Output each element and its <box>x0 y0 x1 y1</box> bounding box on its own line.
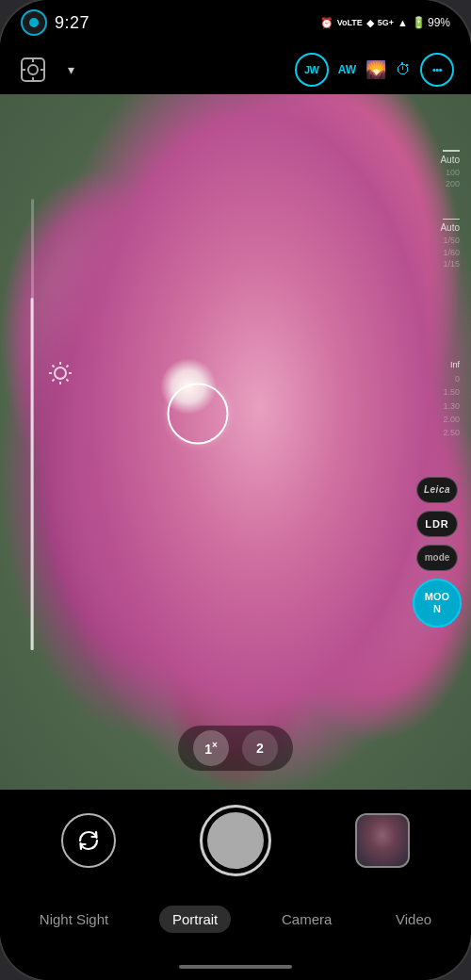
phone-inner: 9:27 ⏰ VoLTE ◆ 5G+ ▲ 🔋 99% <box>0 0 471 980</box>
portrait-label: Portrait <box>172 911 218 927</box>
svg-line-14 <box>53 380 55 382</box>
camera-controls-bar: ▾ JW AW 🌄 ⏱ ••• <box>0 45 471 94</box>
gallery-thumbnail <box>357 815 408 866</box>
camera-dot-inner <box>29 18 39 27</box>
camera-label: Camera <box>282 911 332 927</box>
svg-point-6 <box>55 368 66 379</box>
alarm-icon: ⏰ <box>320 17 333 29</box>
shutter-line <box>443 219 460 220</box>
front-camera-indicator <box>21 9 47 36</box>
more-options-button[interactable]: ••• <box>420 53 454 87</box>
viewfinder[interactable]: Auto 100 200 Auto 1/50 1/60 1/15 <box>0 94 471 790</box>
svg-point-1 <box>28 65 38 74</box>
battery-icon: 🔋 <box>412 16 426 29</box>
slider-track <box>31 199 34 651</box>
leica-button[interactable]: Leica <box>416 477 458 503</box>
leica-label: Leica <box>424 484 450 495</box>
right-side-buttons: Leica LDR mode MOON <box>413 477 462 628</box>
aw-label[interactable]: AW <box>338 63 356 76</box>
iso-indicators: Auto 100 200 Auto 1/50 1/60 1/15 <box>440 150 460 282</box>
shutter-15: 1/15 <box>443 258 460 270</box>
mode-button[interactable]: mode <box>416 545 458 571</box>
iso-line <box>443 150 460 152</box>
focus-130: 1.30 <box>443 400 460 413</box>
scene-icon[interactable]: 🌄 <box>365 59 386 80</box>
focus-150: 1.50 <box>443 385 460 399</box>
wifi-icon: ◆ <box>366 17 374 29</box>
slider-thumb <box>31 298 34 650</box>
focus-250: 2.50 <box>443 426 460 439</box>
volte-icon: VoLTE <box>337 18 363 27</box>
focus-0: 0 <box>443 372 460 385</box>
camera-preview <box>0 94 471 790</box>
status-bar: 9:27 ⏰ VoLTE ◆ 5G+ ▲ 🔋 99% <box>0 0 471 45</box>
night-sight-tab[interactable]: Night Sight <box>26 906 122 933</box>
exposure-slider[interactable] <box>21 199 43 651</box>
night-sight-label: Night Sight <box>40 911 108 927</box>
camera-tab[interactable]: Camera <box>268 906 345 933</box>
camera-settings-button[interactable] <box>17 54 49 86</box>
video-tab[interactable]: Video <box>382 906 445 933</box>
focus-200: 2.00 <box>443 413 460 426</box>
fiveg-icon: 5G+ <box>378 18 394 27</box>
switch-camera-button[interactable] <box>61 813 116 868</box>
shutter-auto: Auto <box>440 221 460 235</box>
gallery-button[interactable] <box>355 813 410 868</box>
iso-100: 100 <box>446 167 460 179</box>
zoom-2x-label: 2 <box>256 741 264 756</box>
more-label: ••• <box>432 64 442 75</box>
ldr-button[interactable]: LDR <box>416 511 458 537</box>
mode-tabs: Night Sight Portrait Camera Video <box>0 891 471 954</box>
battery-indicator: 🔋 99% <box>412 16 450 29</box>
brightness-icon[interactable] <box>45 358 75 388</box>
svg-line-12 <box>66 380 68 382</box>
phone-frame: 9:27 ⏰ VoLTE ◆ 5G+ ▲ 🔋 99% <box>0 0 471 980</box>
portrait-tab[interactable]: Portrait <box>159 906 231 933</box>
moon-label: MOON <box>425 591 449 615</box>
home-indicator <box>0 954 471 980</box>
chevron-down-icon: ▾ <box>68 62 74 77</box>
cam-right-controls: JW AW 🌄 ⏱ ••• <box>295 53 454 87</box>
mode-label: mode <box>425 552 450 563</box>
focus-indicator <box>168 384 229 445</box>
shutter-60: 1/60 <box>443 247 460 259</box>
zoom-controls: 1× 2 <box>178 726 293 771</box>
moon-mode-button[interactable]: MOON <box>413 579 462 628</box>
shutter-button[interactable] <box>200 805 271 876</box>
home-bar[interactable] <box>179 965 292 969</box>
ldr-label: LDR <box>425 518 449 530</box>
zoom-1x-button[interactable]: 1× <box>193 730 229 766</box>
timer-icon[interactable]: ⏱ <box>396 61 411 78</box>
iso-auto: Auto <box>440 154 460 167</box>
cam-left-controls: ▾ <box>17 54 87 86</box>
jw-label: JW <box>304 64 319 75</box>
iso-200: 200 <box>446 178 460 190</box>
expand-options-button[interactable]: ▾ <box>55 54 87 86</box>
signal-icon: ▲ <box>398 17 408 28</box>
svg-line-11 <box>53 366 55 368</box>
jw-mode-button[interactable]: JW <box>295 53 329 87</box>
shutter-inner <box>207 812 264 869</box>
svg-line-13 <box>66 366 68 368</box>
status-right: ⏰ VoLTE ◆ 5G+ ▲ 🔋 99% <box>320 16 450 29</box>
video-label: Video <box>396 911 431 927</box>
time-display: 9:27 <box>55 13 89 33</box>
zoom-1x-label: 1× <box>204 740 218 757</box>
battery-percent: 99% <box>428 16 450 29</box>
status-left: 9:27 <box>21 9 89 36</box>
shutter-50: 1/50 <box>443 235 460 247</box>
bottom-controls <box>0 790 471 891</box>
focus-inf: Inf <box>443 358 460 371</box>
focus-distance-indicators: Inf 0 1.50 1.30 2.00 2.50 <box>443 358 460 439</box>
zoom-2x-button[interactable]: 2 <box>242 730 278 766</box>
